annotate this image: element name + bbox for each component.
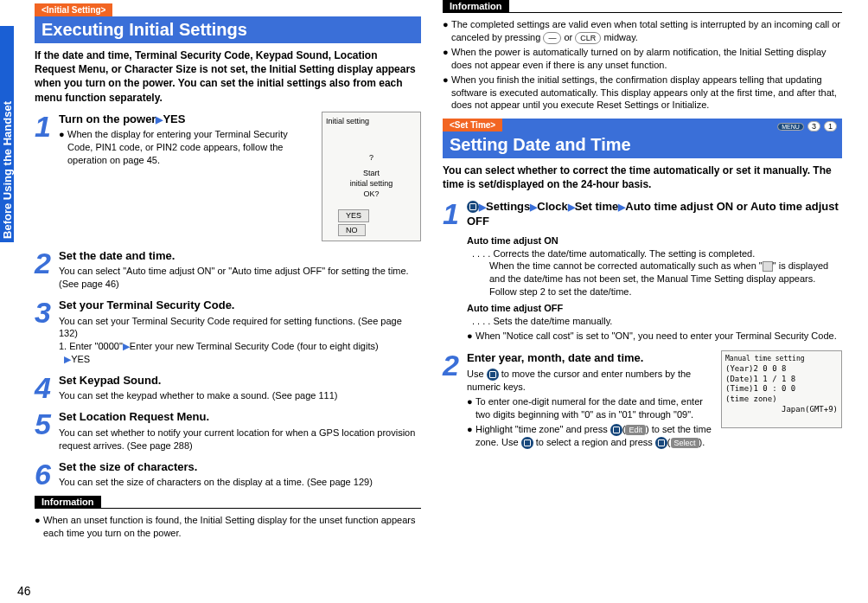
side-tab-label: Before Using the Handset xyxy=(1,98,14,242)
intro-text: You can select whether to correct the ti… xyxy=(443,164,842,191)
mail-key-icon xyxy=(610,424,622,436)
shot-line: Manual time setting xyxy=(725,355,838,363)
clock-icon xyxy=(763,261,773,272)
menu-codes: MENU 3 1 xyxy=(771,119,842,133)
option-label: Auto time adjust ON xyxy=(467,234,842,247)
intro-text: If the date and time, Terminal Security … xyxy=(35,48,421,105)
page-number: 46 xyxy=(17,584,31,598)
option-desc: . . . . Sets the date/time manually. xyxy=(472,315,842,328)
nav-key-icon xyxy=(521,437,533,449)
menu-key-icon xyxy=(467,201,479,213)
info-bullet: When the power is automatically turned o… xyxy=(451,46,842,72)
section-title: Setting Date and Time xyxy=(443,132,842,158)
step-title: Set Location Request Menu. xyxy=(59,409,421,425)
initial-setting-screenshot: Initial setting ? Start initial setting … xyxy=(322,112,421,241)
step-number: 3 xyxy=(35,298,59,366)
shot-line: (Year)2 0 0 8 xyxy=(725,364,838,375)
info-bullet: The completed settings are valid even wh… xyxy=(451,18,842,44)
step-1: 1 Initial setting ? Start initial settin… xyxy=(35,112,421,241)
bullet: When "Notice call cost" is set to "ON", … xyxy=(475,330,842,343)
shot-yes: YES xyxy=(338,209,369,221)
side-tab: Before Using the Handset xyxy=(0,26,14,242)
step-body: You can select "Auto time adjust ON" or … xyxy=(59,265,421,291)
bullet: When the display for entering your Termi… xyxy=(67,128,315,167)
step-title: Set Keypad Sound. xyxy=(59,373,421,388)
step-2: 2 Set the date and time. You can select … xyxy=(35,248,421,291)
left-column: <Initial Setting> Executing Initial Sett… xyxy=(0,0,434,603)
nav-key-icon xyxy=(487,369,499,381)
chevron-right-icon: ▶ xyxy=(568,202,575,212)
step-body: You can set whether to notify your curre… xyxy=(59,427,421,452)
info-bullet: When you finish the initial settings, th… xyxy=(451,74,842,112)
shot-line: (Time)1 0 : 0 0 xyxy=(725,384,838,395)
key-icon: — xyxy=(543,32,561,44)
step-number: 5 xyxy=(35,409,59,452)
step-3: 3 Set your Terminal Security Code. You c… xyxy=(35,298,421,366)
step-number: 1 xyxy=(35,112,59,241)
info-bullet: When an unset function is found, the Ini… xyxy=(43,514,421,540)
option-label: Auto time adjust OFF xyxy=(467,302,842,315)
shot-line: OK? xyxy=(326,189,417,199)
option-body: When the time cannot be corrected automa… xyxy=(489,260,842,298)
step-number: 1 xyxy=(443,199,467,344)
step-title: Set the date and time. xyxy=(59,248,421,264)
section-title: Executing Initial Settings xyxy=(35,16,421,43)
chevron-right-icon: ▶ xyxy=(123,341,130,351)
step-number: 6 xyxy=(35,459,59,489)
right-step-1: 1 ▶Settings▶Clock▶Set time▶Auto time adj… xyxy=(443,199,842,344)
shot-line: (time zone) xyxy=(725,395,838,405)
step-title: ▶Settings▶Clock▶Set time▶Auto time adjus… xyxy=(467,199,842,229)
information-box: ● The completed settings are valid even … xyxy=(443,12,842,112)
step-5: 5 Set Location Request Menu. You can set… xyxy=(35,409,421,452)
step-6: 6 Set the size of characters. You can se… xyxy=(35,459,421,489)
shot-line: Japan(GMT+9) xyxy=(725,405,838,415)
menu-key-icon: MENU xyxy=(777,123,804,131)
shot-line: initial setting xyxy=(326,178,417,189)
select-softkey: Select xyxy=(671,438,699,448)
option-desc: . . . . Corrects the date/time automatic… xyxy=(472,247,842,260)
step-number: 2 xyxy=(443,350,467,450)
menu-code: 3 xyxy=(807,121,820,132)
step-number: 4 xyxy=(35,373,59,402)
clr-key-icon: CLR xyxy=(575,32,601,44)
information-label: Information xyxy=(35,496,101,508)
chevron-right-icon: ▶ xyxy=(64,354,71,364)
step-body: You can set the keypad whether to make a… xyxy=(59,389,421,402)
section-tag: <Set Time> xyxy=(450,120,495,130)
shot-line: Initial setting xyxy=(326,116,417,126)
right-step-2: 2 Manual time setting (Year)2 0 0 8 (Dat… xyxy=(443,350,842,450)
manual-time-screenshot: Manual time setting (Year)2 0 0 8 (Date)… xyxy=(721,350,842,428)
center-key-icon xyxy=(655,437,667,449)
chevron-right-icon: ▶ xyxy=(479,202,486,212)
bullet: Highlight "time zone" and press (Edit) t… xyxy=(475,423,714,449)
step-title: Set the size of characters. xyxy=(59,459,421,475)
bullet: To enter one-digit numeral for the date … xyxy=(475,395,714,421)
section-tag: <Initial Setting> xyxy=(35,3,112,16)
edit-softkey: Edit xyxy=(625,425,646,435)
step-number: 2 xyxy=(35,248,59,291)
step-body: You can set the size of characters on th… xyxy=(59,476,421,489)
information-label: Information xyxy=(443,0,509,12)
right-column: Information ● The completed settings are… xyxy=(434,0,868,603)
information-box: ●When an unset function is found, the In… xyxy=(35,508,421,540)
step-body: You can set your Terminal Security Code … xyxy=(59,315,421,341)
shot-line: (Date)1 1 / 1 8 xyxy=(725,375,838,385)
shot-line: Start xyxy=(326,168,417,178)
menu-code: 1 xyxy=(824,121,837,132)
step-title: Set your Terminal Security Code. xyxy=(59,298,421,313)
sub-steps: 1. Enter "0000"▶Enter your new Terminal … xyxy=(59,340,421,366)
step-4: 4 Set Keypad Sound. You can set the keyp… xyxy=(35,373,421,402)
shot-no: NO xyxy=(338,224,366,236)
